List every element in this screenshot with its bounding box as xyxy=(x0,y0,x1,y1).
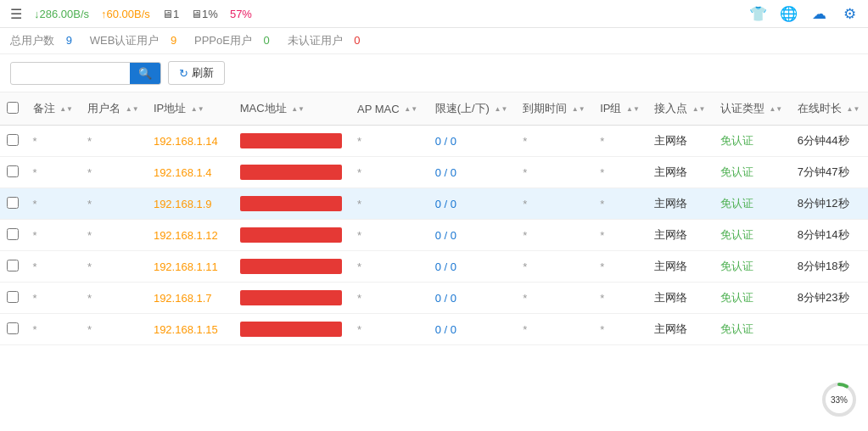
row-username: * xyxy=(81,157,147,188)
row-checkbox[interactable] xyxy=(7,228,19,240)
sort-icon-limit: ▲▼ xyxy=(495,106,508,113)
row-apmac: * xyxy=(350,157,428,188)
top-bar-left: ☰ ↓286.00B/s ↑60.00B/s 🖥1 🖥1% 57% xyxy=(10,6,252,22)
mac-redacted xyxy=(240,196,342,211)
row-ipgroup: * xyxy=(593,283,647,314)
row-checkbox[interactable] xyxy=(7,165,19,177)
gear-icon[interactable]: ⚙ xyxy=(841,5,858,22)
row-check-cell xyxy=(0,314,26,345)
globe-icon[interactable]: 🌐 xyxy=(780,5,797,22)
row-mac xyxy=(233,283,350,314)
refresh-button[interactable]: ↻ 刷新 xyxy=(168,61,225,85)
col-header-ap[interactable]: 接入点 ▲▼ xyxy=(647,92,714,126)
row-ap: 主网络 xyxy=(647,251,714,283)
row-username: * xyxy=(81,126,147,157)
row-note: * xyxy=(26,314,81,345)
upload-value: ↑60.00B/s xyxy=(101,8,150,20)
row-ap: 主网络 xyxy=(647,188,714,220)
select-all-checkbox[interactable] xyxy=(7,102,19,114)
mac-redacted xyxy=(240,227,342,243)
table-row: **192.168.1.14*0 / 0**主网络免认证6分钟44秒 xyxy=(0,126,868,157)
row-username: * xyxy=(81,188,147,220)
row-ap: 主网络 xyxy=(647,126,714,157)
col-header-mac[interactable]: MAC地址 ▲▼ xyxy=(233,92,350,126)
row-mac xyxy=(233,220,350,251)
row-ap: 主网络 xyxy=(647,220,714,251)
row-check-cell xyxy=(0,157,26,188)
table-header-row: 备注 ▲▼ 用户名 ▲▼ IP地址 ▲▼ MAC地址 ▲▼ AP MAC ▲▼ … xyxy=(0,92,868,126)
col-header-expire[interactable]: 到期时间 ▲▼ xyxy=(516,92,593,126)
row-checkbox[interactable] xyxy=(7,322,19,334)
web-label: WEB认证用户 xyxy=(90,34,160,47)
row-expire: * xyxy=(516,314,593,345)
col-header-username[interactable]: 用户名 ▲▼ xyxy=(81,92,147,126)
row-note: * xyxy=(26,251,81,283)
menu-icon[interactable]: ☰ xyxy=(10,6,22,22)
row-ipgroup: * xyxy=(593,126,647,157)
col-header-authtype[interactable]: 认证类型 ▲▼ xyxy=(714,92,791,126)
row-authtype: 免认证 xyxy=(714,283,791,314)
row-username: * xyxy=(81,220,147,251)
search-button[interactable]: 🔍 xyxy=(130,63,160,84)
col-header-note[interactable]: 备注 ▲▼ xyxy=(26,92,81,126)
row-check-cell xyxy=(0,188,26,220)
toolbar: 🔍 ↻ 刷新 xyxy=(0,54,868,92)
row-ap: 主网络 xyxy=(647,283,714,314)
row-mac xyxy=(233,251,350,283)
row-check-cell xyxy=(0,251,26,283)
row-online: 8分钟23秒 xyxy=(791,283,868,314)
row-online: 8分钟14秒 xyxy=(791,220,868,251)
sort-icon-authtype: ▲▼ xyxy=(769,106,782,113)
row-expire: * xyxy=(516,188,593,220)
row-ipgroup: * xyxy=(593,314,647,345)
row-note: * xyxy=(26,283,81,314)
row-checkbox[interactable] xyxy=(7,197,19,209)
col-header-ip[interactable]: IP地址 ▲▼ xyxy=(147,92,233,126)
row-checkbox[interactable] xyxy=(7,291,19,303)
table-row: **192.168.1.12*0 / 0**主网络免认证8分钟14秒 xyxy=(0,220,868,251)
col-header-ipgroup[interactable]: IP组 ▲▼ xyxy=(593,92,647,126)
download-stat: ↓286.00B/s xyxy=(34,8,89,20)
row-ip: 192.168.1.12 xyxy=(147,220,233,251)
sort-icon-username: ▲▼ xyxy=(126,106,139,113)
row-authtype: 免认证 xyxy=(714,314,791,345)
sort-icon-ipgroup: ▲▼ xyxy=(626,106,640,113)
mac-redacted xyxy=(240,259,342,274)
shirt-icon[interactable]: 👕 xyxy=(749,5,766,22)
row-note: * xyxy=(26,126,81,157)
sort-icon-ip: ▲▼ xyxy=(191,106,204,113)
row-limit: 0 / 0 xyxy=(428,188,517,220)
row-limit: 0 / 0 xyxy=(428,314,517,345)
row-checkbox[interactable] xyxy=(7,260,19,271)
row-ap: 主网络 xyxy=(647,314,714,345)
col-header-apmac[interactable]: AP MAC ▲▼ xyxy=(350,92,428,126)
row-expire: * xyxy=(516,283,593,314)
row-online: 7分钟47秒 xyxy=(791,157,868,188)
row-checkbox[interactable] xyxy=(7,134,19,146)
upload-stat: ↑60.00B/s xyxy=(101,8,150,20)
pppoe-label: PPPoE用户 xyxy=(194,34,252,47)
row-ip: 192.168.1.4 xyxy=(147,157,233,188)
top-bar: ☰ ↓286.00B/s ↑60.00B/s 🖥1 🖥1% 57% 👕 🌐 ☁ … xyxy=(0,0,868,28)
unauth-value: 0 xyxy=(354,34,360,47)
table-row: **192.168.1.4*0 / 0**主网络免认证7分钟47秒 xyxy=(0,157,868,188)
col-header-online[interactable]: 在线时长 ▲▼ xyxy=(791,92,868,126)
row-note: * xyxy=(26,220,81,251)
refresh-icon: ↻ xyxy=(179,67,188,80)
col-header-limit[interactable]: 限速(上/下) ▲▼ xyxy=(428,92,517,126)
memory-stat: 57% xyxy=(230,8,252,20)
row-ipgroup: * xyxy=(593,251,647,283)
row-apmac: * xyxy=(350,188,428,220)
row-note: * xyxy=(26,188,81,220)
mac-redacted xyxy=(240,133,342,148)
table-container: 备注 ▲▼ 用户名 ▲▼ IP地址 ▲▼ MAC地址 ▲▼ AP MAC ▲▼ … xyxy=(0,92,868,345)
col-header-check xyxy=(0,92,26,126)
download-value: ↓286.00B/s xyxy=(34,8,89,20)
row-expire: * xyxy=(516,220,593,251)
search-input[interactable] xyxy=(11,64,130,83)
row-ip: 192.168.1.9 xyxy=(147,188,233,220)
row-limit: 0 / 0 xyxy=(428,126,517,157)
cloud-icon[interactable]: ☁ xyxy=(810,5,827,22)
row-mac xyxy=(233,126,350,157)
row-ipgroup: * xyxy=(593,157,647,188)
